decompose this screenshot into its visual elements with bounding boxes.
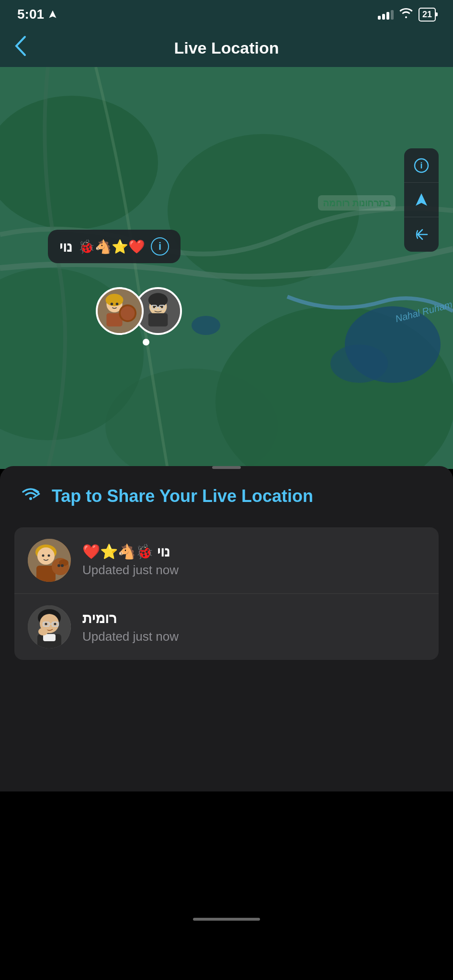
share-location-cta[interactable]: Tap to Share Your Live Location <box>14 482 439 510</box>
map-location-button[interactable] <box>404 183 439 217</box>
signal-bars <box>378 9 394 20</box>
svg-point-2 <box>168 134 359 287</box>
callout-name: נוי <box>59 238 72 255</box>
person-avatar-romit <box>28 605 71 648</box>
person-item-noi[interactable]: נוי 🐞🐴⭐❤️ Updated just now <box>14 527 439 594</box>
map-avatar-group <box>96 287 182 335</box>
map-back-button[interactable] <box>404 217 439 252</box>
home-indicator <box>193 918 260 921</box>
map-callout[interactable]: נוי 🐞🐴⭐❤️ i <box>48 230 181 263</box>
map-background <box>0 67 453 469</box>
callout-info-button[interactable]: i <box>151 237 169 256</box>
svg-point-16 <box>111 303 113 306</box>
share-location-icon <box>19 482 42 510</box>
signal-bar-3 <box>386 12 389 20</box>
status-time: 5:01 <box>17 7 44 22</box>
status-bar: 5:01 21 <box>0 0 453 29</box>
map-view[interactable]: בתרחונות רוחמה Nahal Ruham נוי 🐞🐴⭐❤️ i <box>0 67 453 469</box>
person-name-romit: רומית <box>82 610 425 626</box>
info-icon: i <box>159 240 161 253</box>
page-title: Live Location <box>174 39 279 57</box>
svg-point-48 <box>45 623 47 625</box>
svg-point-17 <box>116 303 119 306</box>
person-avatar-noi <box>28 539 71 582</box>
map-controls-panel: i <box>404 148 439 252</box>
callout-emojis: 🐞🐴⭐❤️ <box>78 239 145 255</box>
svg-point-7 <box>330 345 388 383</box>
battery-level: 21 <box>422 10 432 20</box>
person-info-noi: נוי 🐞🐴⭐❤️ Updated just now <box>82 543 425 578</box>
map-avatar-noi[interactable] <box>96 287 144 335</box>
battery-tip <box>436 12 438 16</box>
svg-point-29 <box>29 497 32 500</box>
person-info-romit: רומית Updated just now <box>82 610 425 644</box>
svg-text:i: i <box>420 161 422 170</box>
signal-bar-4 <box>391 10 394 20</box>
back-button[interactable] <box>13 35 27 61</box>
svg-point-39 <box>48 555 50 557</box>
person-status-noi: Updated just now <box>82 563 425 578</box>
people-list: נוי 🐞🐴⭐❤️ Updated just now <box>14 527 439 660</box>
svg-point-50 <box>38 628 48 635</box>
person-status-romit: Updated just now <box>82 629 425 644</box>
battery-indicator: 21 <box>419 8 436 22</box>
signal-bar-1 <box>378 16 381 20</box>
map-location-dot <box>143 339 149 345</box>
person-name-noi: נוי 🐞🐴⭐❤️ <box>82 543 425 560</box>
location-arrow-icon <box>48 10 57 19</box>
svg-point-15 <box>121 306 135 320</box>
svg-point-36 <box>57 564 60 567</box>
bottom-area <box>0 791 453 935</box>
svg-point-25 <box>153 306 155 308</box>
svg-point-20 <box>148 293 168 307</box>
svg-point-49 <box>54 623 57 625</box>
svg-point-35 <box>59 559 68 566</box>
svg-point-37 <box>61 564 64 567</box>
status-time-group: 5:01 <box>17 7 57 22</box>
svg-point-26 <box>161 306 163 308</box>
bottom-panel: Tap to Share Your Live Location <box>0 466 453 791</box>
map-location-label: בתרחונות רוחמה <box>318 195 396 211</box>
person-item-romit[interactable]: רומית Updated just now <box>14 594 439 660</box>
svg-rect-21 <box>148 313 168 327</box>
svg-point-32 <box>37 547 55 565</box>
svg-point-12 <box>106 294 124 306</box>
wifi-icon <box>399 8 413 21</box>
nav-bar: Live Location <box>0 29 453 67</box>
drag-handle[interactable] <box>212 466 241 469</box>
map-info-button[interactable]: i <box>404 148 439 183</box>
share-text: Tap to Share Your Live Location <box>52 486 313 506</box>
svg-point-38 <box>42 555 45 557</box>
signal-bar-2 <box>382 14 385 20</box>
status-right: 21 <box>378 8 436 22</box>
svg-point-8 <box>192 316 220 335</box>
